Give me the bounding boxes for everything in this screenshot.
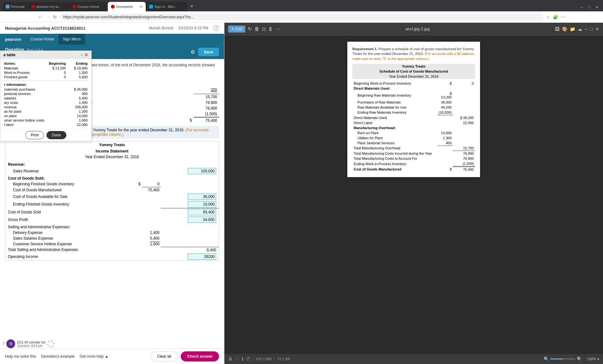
zoom-level: 100% [583,357,596,361]
inventory-row-wip: Work-in-Process 0 1,500 [3,70,89,75]
print-button[interactable]: Print [25,131,44,139]
tab-homework[interactable]: Homework ✕ [108,2,146,11]
sc-period: Year Ended December 31, 2016 [352,74,475,79]
minimize-panel-btn[interactable]: ─ [80,52,83,57]
operating-income-input[interactable] [188,254,216,260]
other-info-section: r information: materials purchases$ 36,0… [3,81,89,127]
viewer-btn1[interactable]: 🖼 [555,27,559,32]
nav-course-home[interactable]: Course Home [26,34,58,45]
viewer-btn4[interactable]: ☁ [578,27,582,32]
viewer-btn2[interactable]: 🎨 [562,27,567,32]
adjust-btn[interactable]: 🎛 [268,27,273,32]
personal-favicon [6,5,9,9]
datetime: 10/10/24 8:18 PM [178,26,208,30]
sidebar-progress-circle [47,340,54,347]
zoom-slider[interactable] [550,358,576,360]
assignment-title: Managerial Accounting ACCT2118624011 [5,26,85,31]
tab-signin[interactable]: Sign in - Micr... [146,2,187,11]
divider1: | [253,357,254,361]
close-btn[interactable]: ✕ [594,4,600,10]
total-mfg-account-val: 76,900 [205,106,217,110]
new-tab-button[interactable]: + [187,2,196,11]
nav-bar: pearson Course Home Sign Micro [0,34,224,45]
student-name: Munah Boresli [149,26,174,30]
tab-pearson[interactable]: pearson my la... [28,2,69,11]
cogs-available-input[interactable] [188,194,216,200]
back-btn[interactable]: ← [38,14,43,20]
minimize-viewer-btn[interactable]: ─ [585,27,588,32]
sidebar-item-type: Question [17,344,30,348]
forward-btn[interactable]: → [46,14,51,20]
close-panel-btn[interactable]: ✕ [84,52,88,57]
maximize-btn[interactable]: □ [586,4,592,10]
tab-course-home[interactable]: Course Home [70,2,107,11]
gear-icon[interactable]: ⚙ [191,49,195,55]
info-icon[interactable]: ℹ [242,356,243,361]
view-mode-icon[interactable]: 🖥 [228,356,233,361]
nav-sign-micro[interactable]: Sign Micro [58,34,85,45]
window-controls: ─ □ ✕ [578,4,600,10]
income-statement-container: Yummy Treats Income Statement Year Ended… [5,141,219,261]
gross-profit-label: Gross Profit [8,218,28,222]
delete-btn[interactable]: 🗑 [254,26,259,32]
data-panel-title: a table [3,53,15,57]
sc-title: Schedule of Cost of Goods Manufactured [352,69,475,74]
sidebar-item-icon[interactable]: ⚙ [6,339,15,348]
bottom-bar: Help me solve this Demodocs example Get … [0,349,224,364]
zoom-in-icon[interactable]: 🔍 [577,356,582,361]
schedule-card: Requirement 1. Prepare a schedule of cos… [347,42,480,177]
rotate-btn[interactable]: ↻ [248,26,252,32]
is-title: Income Statement [5,148,219,154]
sidebar-item-pts: 0/13 pts [31,344,42,348]
help-links: Help me solve this Demodocs example Get … [5,354,108,359]
more-btn[interactable]: ⋯ [561,15,565,20]
bookmark-btn[interactable]: ☆ [546,15,550,20]
address-input[interactable] [59,14,544,21]
crop-btn[interactable]: ⊡ [262,27,266,32]
cogs-total-input[interactable] [188,209,216,215]
ending-fg-input[interactable] [188,201,216,207]
heart-icon[interactable]: ♡ [235,356,239,361]
data-panel-header: a table ─ ✕ [0,51,91,59]
gross-profit-input[interactable] [188,217,216,223]
check-answer-button[interactable]: Check answer [181,351,219,361]
coursehome-favicon [73,5,76,9]
timer-icon[interactable]: ⏱ [246,356,250,361]
ending-wip-val: (1,500) [205,112,217,116]
nav-logo: pearson [0,37,26,42]
zoom-out-icon[interactable]: 🔍 [544,356,549,361]
done-button[interactable]: Done [46,131,66,139]
close-viewer-btn[interactable]: ✕ [595,27,599,32]
tab-bar: Personal pearson my la... Course Home Ho… [0,0,603,11]
inventory-row-materials: Materials $ 13,200 $ 10,000 [3,66,89,70]
sc-company: Yummy Treats [352,64,475,69]
get-more-help-dropdown[interactable]: Get more help ▲ [80,354,108,359]
zoom-dropdown-icon[interactable]: ▾ [597,357,599,361]
refresh-btn[interactable]: ↻ [53,15,57,20]
zoom-controls: 🔍 🔍 100% ▾ [544,356,599,361]
data-panel-buttons: Print Done [0,129,91,141]
more-tools-btn[interactable]: ⋯ [275,26,280,32]
is-period: Year Ended December 31, 2016 [5,154,219,160]
save-button[interactable]: Save [198,48,219,56]
maximize-viewer-btn[interactable]: □ [590,27,593,32]
minimize-btn[interactable]: ─ [578,4,585,10]
assignment-header: Managerial Accounting ACCT2118624011 Mun… [0,23,224,34]
edit-btn[interactable]: ✎ Edit [228,26,245,33]
address-bar-row: ← → ↻ ☆ 🧩 ⋯ [0,11,603,23]
tab-personal[interactable]: Personal [3,2,28,11]
image-bottom-bar: 🖥 ♡ ℹ ⏱ | 537 x 606 | 72.1 KB 🔍 🔍 100% ▾ [224,354,603,364]
total-mfg-overhead-val: 15,700 [205,95,217,99]
tab-close-homework[interactable]: ✕ [140,5,143,9]
viewer-btn3[interactable]: 📁 [570,27,575,32]
help-me-solve-link[interactable]: Help me solve this [5,354,36,359]
clear-all-button[interactable]: Clear all [150,351,178,361]
image-content: Requirement 1. Prepare a schedule of cos… [224,35,603,354]
cost-goods-mfg-val: 75,400 [205,118,217,123]
sales-revenue-input[interactable] [188,168,216,174]
demodocs-link[interactable]: Demodocs example [41,354,75,359]
sidebar-item-area: 7 ⚙ E21-40 (similar to) Question 0/13 pt… [3,339,54,348]
extensions-btn[interactable]: 🧩 [553,15,558,20]
sidebar-item-num: 7 [3,342,4,346]
help-icon[interactable]: ? [213,25,219,31]
